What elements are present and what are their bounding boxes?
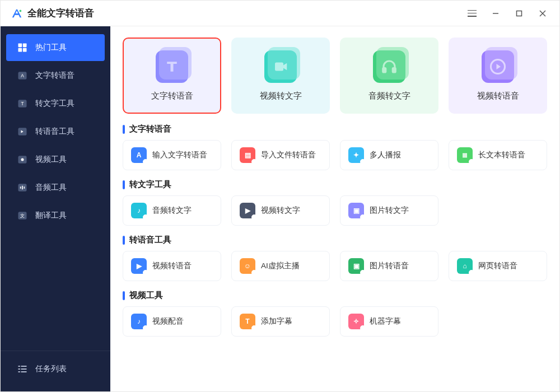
- tool-icon: ⌂: [457, 258, 473, 274]
- tool-icon: ≣: [457, 147, 473, 163]
- hero-card-label: 文字转语音: [151, 91, 193, 101]
- window-controls: [461, 5, 554, 22]
- app-title: 全能文字转语音: [27, 7, 94, 20]
- tool-row: A输入文字转语音▤导入文件转语音✦多人播报≣长文本转语音: [123, 140, 547, 170]
- svg-rect-26: [383, 68, 386, 72]
- sidebar-task-list[interactable]: 任务列表: [6, 356, 105, 382]
- tool-label: 图片转语音: [370, 261, 409, 271]
- svg-point-28: [491, 59, 505, 73]
- svg-rect-8: [23, 48, 27, 52]
- tool-icon: ☺: [240, 258, 255, 274]
- hero-card-2[interactable]: 音频转文字: [340, 38, 438, 114]
- tool-row: ♪音频转文字▶视频转文字▣图片转文字: [123, 195, 547, 226]
- hero-card-label: 音频转文字: [368, 91, 410, 101]
- sidebar-item-icon: A: [16, 69, 29, 82]
- tool-label: 长文本转语音: [478, 150, 525, 160]
- hero-card-label: 视频转文字: [260, 91, 302, 101]
- tool-label: 导入文件转语音: [261, 150, 316, 160]
- tool-label: 添加字幕: [261, 316, 292, 326]
- section-title: 转文字工具: [123, 179, 547, 190]
- menu-button[interactable]: [461, 5, 483, 22]
- tool-card[interactable]: A输入文字转语音: [123, 140, 221, 170]
- hamburger-icon: [468, 10, 477, 17]
- tool-icon: ▶: [240, 203, 255, 218]
- maximize-button[interactable]: [508, 5, 530, 22]
- text-icon: [156, 50, 188, 83]
- main-content: 文字转语音视频转文字音频转文字视频转语音 文字转语音A输入文字转语音▤导入文件转…: [110, 26, 559, 391]
- sidebar-item-icon: [16, 125, 29, 138]
- svg-rect-25: [275, 62, 283, 71]
- svg-rect-5: [18, 44, 22, 48]
- tool-label: AI虚拟主播: [261, 261, 300, 271]
- svg-rect-6: [23, 44, 27, 48]
- sidebar-item-1[interactable]: A文字转语音: [6, 62, 105, 89]
- tool-icon: ✦: [348, 147, 364, 163]
- section-title: 转语音工具: [123, 235, 547, 245]
- tool-label: 多人播报: [370, 150, 401, 160]
- close-icon: [539, 10, 546, 17]
- tool-card[interactable]: ♪视频配音: [123, 306, 221, 337]
- task-list-icon: [16, 363, 29, 375]
- sidebar-item-label: 转语音工具: [35, 127, 74, 137]
- minimize-icon: [492, 10, 499, 17]
- sidebar-item-2[interactable]: T转文字工具: [6, 90, 105, 117]
- headphone-icon: [373, 50, 405, 83]
- tool-card[interactable]: ≣长文本转语音: [449, 140, 547, 170]
- sidebar-item-label: 视频工具: [35, 155, 67, 165]
- sidebar-item-5[interactable]: 音频工具: [6, 174, 105, 201]
- section-title: 文字转语音: [123, 124, 547, 134]
- tool-card[interactable]: ▣图片转文字: [340, 195, 438, 226]
- svg-rect-2: [517, 11, 522, 16]
- hero-card-3[interactable]: 视频转语音: [449, 38, 547, 114]
- tool-card[interactable]: ▣图片转语音: [340, 251, 438, 281]
- sidebar-item-icon: 文: [16, 209, 29, 222]
- sidebar-item-3[interactable]: 转语音工具: [6, 118, 105, 145]
- sidebar-item-icon: [16, 153, 29, 166]
- tool-icon: ♪: [131, 314, 147, 329]
- minimize-button[interactable]: [484, 5, 507, 22]
- sidebar-item-0[interactable]: 热门工具: [6, 34, 105, 61]
- hero-card-label: 视频转语音: [477, 91, 519, 101]
- tool-icon: ▶: [131, 258, 147, 274]
- sidebar-item-icon: T: [16, 97, 29, 110]
- tool-card[interactable]: ☺AI虚拟主播: [231, 251, 330, 281]
- section-title: 视频工具: [123, 290, 547, 301]
- tool-icon: ▣: [348, 258, 364, 274]
- tool-label: 图片转文字: [370, 206, 409, 216]
- tool-card[interactable]: ♪音频转文字: [123, 195, 221, 226]
- sidebar-item-6[interactable]: 文翻译工具: [6, 202, 105, 229]
- sidebar: 热门工具A文字转语音T转文字工具转语音工具视频工具音频工具文翻译工具 任务列表: [1, 26, 110, 391]
- sidebar-item-label: 文字转语音: [35, 71, 74, 81]
- close-button[interactable]: [531, 5, 554, 22]
- maximize-icon: [516, 10, 522, 17]
- hero-cards-row: 文字转语音视频转文字音频转文字视频转语音: [123, 38, 547, 114]
- tool-label: 视频配音: [152, 316, 184, 326]
- tool-card[interactable]: ✧机器字幕: [340, 306, 438, 337]
- tool-icon: A: [131, 147, 147, 163]
- svg-point-0: [20, 10, 22, 12]
- svg-text:A: A: [21, 73, 24, 78]
- svg-rect-27: [393, 68, 395, 72]
- tool-card[interactable]: ▶视频转文字: [231, 195, 330, 226]
- tool-card[interactable]: ▤导入文件转语音: [231, 140, 330, 170]
- tool-icon: ✧: [348, 314, 364, 329]
- hero-card-1[interactable]: 视频转文字: [231, 38, 330, 114]
- tool-row: ▶视频转语音☺AI虚拟主播▣图片转语音⌂网页转语音: [123, 251, 547, 281]
- sidebar-item-4[interactable]: 视频工具: [6, 146, 105, 173]
- sidebar-item-label: 任务列表: [35, 364, 67, 374]
- tool-row: ♪视频配音T添加字幕✧机器字幕: [123, 306, 547, 337]
- play-icon: [482, 50, 514, 83]
- video-icon: [264, 50, 297, 83]
- tool-label: 视频转文字: [261, 206, 300, 216]
- tool-card[interactable]: ▶视频转语音: [123, 251, 221, 281]
- tool-card[interactable]: T添加字幕: [231, 306, 330, 337]
- tool-card[interactable]: ✦多人播报: [340, 140, 438, 170]
- logo-icon: [11, 7, 23, 20]
- sidebar-item-label: 热门工具: [35, 43, 67, 53]
- tool-label: 机器字幕: [370, 316, 401, 326]
- tool-card[interactable]: ⌂网页转语音: [449, 251, 547, 281]
- svg-point-15: [21, 158, 24, 161]
- hero-card-0[interactable]: 文字转语音: [123, 38, 221, 114]
- sidebar-item-label: 翻译工具: [35, 211, 67, 221]
- tool-icon: ♪: [131, 203, 147, 218]
